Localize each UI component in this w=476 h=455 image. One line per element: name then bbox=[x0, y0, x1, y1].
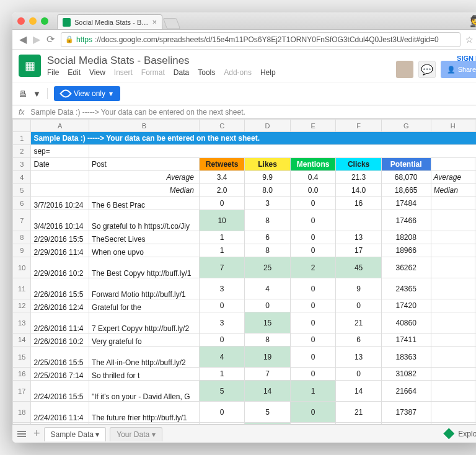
share-button[interactable]: 👤Share bbox=[441, 61, 476, 78]
row-header[interactable]: 1 bbox=[13, 132, 31, 145]
col-header[interactable]: F bbox=[336, 120, 381, 132]
chevron-down-icon: ▾ bbox=[152, 430, 156, 439]
filter-icon[interactable]: ▼ bbox=[33, 89, 41, 99]
avatar[interactable] bbox=[396, 61, 413, 78]
col-header[interactable]: E bbox=[290, 120, 335, 132]
row-header[interactable]: 10 bbox=[13, 257, 31, 278]
row-header[interactable]: 12 bbox=[13, 299, 31, 312]
incognito-icon: 🕵 bbox=[470, 14, 476, 28]
explore-icon bbox=[443, 428, 454, 440]
col-header[interactable]: C bbox=[199, 120, 244, 132]
row-header[interactable]: 9 bbox=[13, 244, 31, 257]
minimize-icon[interactable] bbox=[29, 17, 37, 25]
row-header[interactable]: 17 bbox=[13, 381, 31, 402]
eye-icon bbox=[60, 87, 72, 100]
nav-buttons: ◀ ▶ ⟳ bbox=[17, 33, 56, 45]
row-header[interactable]: 11 bbox=[13, 278, 31, 299]
person-icon: 👤 bbox=[447, 66, 456, 74]
close-icon[interactable] bbox=[17, 17, 25, 25]
url-protocol: https bbox=[76, 35, 92, 44]
address-bar-row: ◀ ▶ ⟳ 🔒 https://docs.google.com/spreadsh… bbox=[12, 30, 476, 50]
row-header[interactable]: 7 bbox=[13, 210, 31, 231]
forward-icon[interactable]: ▶ bbox=[31, 33, 42, 45]
back-icon[interactable]: ◀ bbox=[17, 33, 29, 45]
sheet-tab-yourdata[interactable]: Your Data ▾ bbox=[110, 427, 162, 441]
reload-icon[interactable]: ⟳ bbox=[45, 33, 56, 45]
row-header[interactable] bbox=[13, 423, 31, 425]
explore-button[interactable]: Explore bbox=[443, 428, 476, 440]
row-header[interactable]: 6 bbox=[13, 197, 31, 210]
print-icon[interactable]: 🖶 bbox=[19, 89, 27, 99]
col-header[interactable]: G bbox=[381, 120, 431, 132]
col-header[interactable]: H bbox=[431, 120, 475, 132]
all-sheets-icon[interactable] bbox=[17, 431, 26, 437]
row-header[interactable]: 15 bbox=[13, 347, 31, 368]
traffic-lights bbox=[17, 17, 48, 25]
browser-window: Social Media Stats - Basel × 🕵 ◀ ▶ ⟳ 🔒 h… bbox=[12, 12, 476, 443]
formula-bar: fx Sample Data :) -----> Your data can b… bbox=[12, 105, 476, 119]
row-header[interactable]: 18 bbox=[13, 402, 31, 423]
formula-text[interactable]: Sample Data :) -----> Your data can be e… bbox=[30, 108, 245, 117]
col-header[interactable]: B bbox=[89, 120, 199, 132]
grid[interactable]: ABCDEFGHI1Sample Data :) -----> Your dat… bbox=[12, 119, 476, 424]
chevron-down-icon: ▾ bbox=[95, 430, 99, 439]
address-bar[interactable]: 🔒 https://docs.google.com/spreadsheets/d… bbox=[61, 32, 461, 47]
tab-title: Social Media Stats - Basel bbox=[74, 19, 148, 26]
col-header[interactable]: A bbox=[31, 120, 89, 132]
tab-close-icon[interactable]: × bbox=[152, 17, 157, 27]
titlebar: Social Media Stats - Basel × 🕵 bbox=[12, 12, 476, 30]
row-header[interactable]: 16 bbox=[13, 368, 31, 381]
url-rest: ://docs.google.com/spreadsheets/d/15e4m1… bbox=[95, 35, 439, 44]
lock-icon: 🔒 bbox=[65, 35, 74, 43]
row-header[interactable]: 14 bbox=[13, 334, 31, 347]
browser-tab-active[interactable]: Social Media Stats - Basel × bbox=[57, 14, 162, 29]
toolbar: 🖶 ▼ View only ▾ bbox=[12, 82, 476, 105]
spreadsheet: ABCDEFGHI1Sample Data :) -----> Your dat… bbox=[12, 119, 476, 424]
view-only-button[interactable]: View only ▾ bbox=[54, 86, 120, 101]
maximize-icon[interactable] bbox=[41, 17, 48, 25]
new-tab-button[interactable] bbox=[163, 18, 181, 29]
chevron-down-icon: ▾ bbox=[109, 89, 113, 98]
favicon-icon bbox=[63, 18, 71, 27]
sheet-tabs: + Sample Data ▾ Your Data ▾ Explore bbox=[12, 424, 476, 443]
fx-icon: fx bbox=[19, 108, 24, 117]
col-header[interactable]: D bbox=[245, 120, 290, 132]
browser-tabs: Social Media Stats - Basel × bbox=[57, 12, 476, 29]
row-header[interactable]: 8 bbox=[13, 231, 31, 244]
row-header[interactable]: 13 bbox=[13, 312, 31, 334]
banner-cell[interactable]: Sample Data :) -----> Your data can be e… bbox=[31, 132, 476, 145]
sheet-tab-sample[interactable]: Sample Data ▾ bbox=[44, 427, 107, 441]
star-icon[interactable]: ☆ bbox=[465, 35, 474, 45]
add-sheet-icon[interactable]: + bbox=[33, 427, 40, 440]
comment-button[interactable]: 💬 bbox=[418, 61, 436, 78]
